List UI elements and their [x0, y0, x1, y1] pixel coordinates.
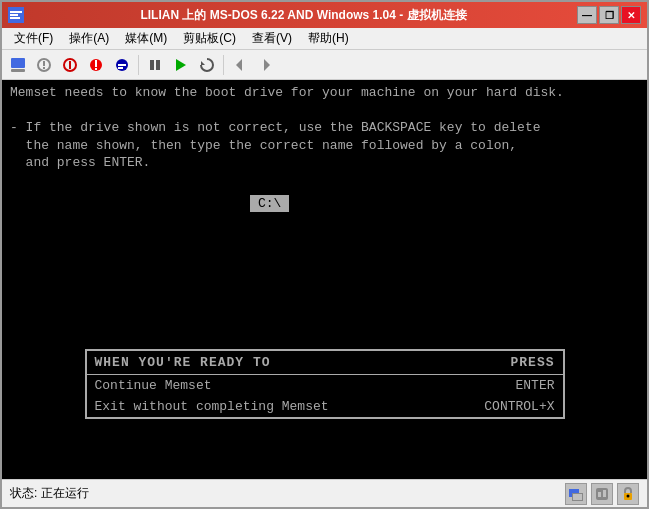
- toolbar-separator-1: [138, 55, 139, 75]
- toolbar-btn-play[interactable]: [169, 53, 193, 77]
- toolbar: [2, 50, 647, 80]
- menu-clipboard[interactable]: 剪贴板(C): [175, 28, 244, 49]
- status-icons: [565, 483, 639, 505]
- svg-rect-16: [118, 67, 123, 69]
- dos-dialog-row1-key: ENTER: [515, 378, 554, 393]
- status-icon-lock: [617, 483, 639, 505]
- status-bar: 状态: 正在运行: [2, 479, 647, 507]
- dos-line-3: - If the drive shown is not correct, use…: [10, 119, 639, 137]
- dos-screen[interactable]: Memset needs to know the boot drive for …: [2, 80, 647, 479]
- svg-rect-18: [156, 60, 160, 70]
- status-icon-2: [591, 483, 613, 505]
- dos-dialog: WHEN YOU'RE READY TO PRESS Continue Mems…: [85, 349, 565, 419]
- svg-rect-13: [95, 68, 97, 70]
- svg-marker-19: [176, 59, 186, 71]
- dos-line-5: and press ENTER.: [10, 154, 639, 172]
- dos-line-6: [10, 172, 639, 190]
- dos-dialog-row2-key: CONTROL+X: [484, 399, 554, 414]
- title-bar: LILIAN 上的 MS-DOS 6.22 AND Windows 1.04 -…: [2, 2, 647, 28]
- window-controls: — ❐ ✕: [577, 6, 641, 24]
- svg-rect-15: [118, 64, 126, 66]
- status-icon-1: [565, 483, 587, 505]
- minimize-button[interactable]: —: [577, 6, 597, 24]
- svg-rect-28: [603, 490, 606, 497]
- svg-marker-22: [264, 59, 270, 71]
- window-icon: [8, 7, 24, 23]
- restore-button[interactable]: ❐: [599, 6, 619, 24]
- window-title: LILIAN 上的 MS-DOS 6.22 AND Windows 1.04 -…: [30, 7, 577, 24]
- toolbar-btn-back[interactable]: [228, 53, 252, 77]
- svg-rect-8: [43, 67, 45, 69]
- menu-media[interactable]: 媒体(M): [117, 28, 175, 49]
- svg-rect-12: [95, 60, 97, 67]
- menu-help[interactable]: 帮助(H): [300, 28, 357, 49]
- menu-action[interactable]: 操作(A): [61, 28, 117, 49]
- toolbar-separator-2: [223, 55, 224, 75]
- dos-dialog-row2: Exit without completing Memset CONTROL+X: [87, 396, 563, 417]
- toolbar-btn-3[interactable]: [58, 53, 82, 77]
- svg-rect-25: [573, 494, 582, 500]
- dos-dialog-row1-action: Continue Memset: [95, 378, 212, 393]
- toolbar-btn-2[interactable]: [32, 53, 56, 77]
- svg-point-30: [627, 494, 630, 497]
- svg-rect-17: [150, 60, 154, 70]
- svg-rect-5: [11, 69, 25, 72]
- svg-rect-10: [69, 61, 71, 69]
- svg-rect-7: [43, 61, 45, 66]
- menu-view[interactable]: 查看(V): [244, 28, 300, 49]
- close-button[interactable]: ✕: [621, 6, 641, 24]
- status-text: 状态: 正在运行: [10, 485, 565, 502]
- menu-bar: 文件(F) 操作(A) 媒体(M) 剪贴板(C) 查看(V) 帮助(H): [2, 28, 647, 50]
- svg-rect-4: [11, 58, 25, 68]
- toolbar-btn-4[interactable]: [84, 53, 108, 77]
- svg-rect-1: [10, 11, 22, 13]
- toolbar-btn-5[interactable]: [110, 53, 134, 77]
- dos-dialog-header: WHEN YOU'RE READY TO PRESS: [87, 351, 563, 375]
- dos-dialog-col1-header: WHEN YOU'RE READY TO: [95, 355, 271, 370]
- toolbar-btn-forward[interactable]: [254, 53, 278, 77]
- toolbar-btn-1[interactable]: [6, 53, 30, 77]
- dos-dialog-col2-header: PRESS: [510, 355, 554, 370]
- svg-marker-21: [236, 59, 242, 71]
- dos-line-2: [10, 102, 639, 120]
- svg-rect-27: [598, 492, 601, 497]
- svg-rect-26: [596, 488, 608, 500]
- dos-dialog-row2-action: Exit without completing Memset: [95, 399, 329, 414]
- menu-file[interactable]: 文件(F): [6, 28, 61, 49]
- toolbar-btn-reset[interactable]: [195, 53, 219, 77]
- dos-input[interactable]: C:\: [250, 195, 289, 212]
- main-window: LILIAN 上的 MS-DOS 6.22 AND Windows 1.04 -…: [0, 0, 649, 509]
- dos-line-4: the name shown, then type the correct na…: [10, 137, 639, 155]
- svg-rect-2: [10, 14, 18, 16]
- dos-dialog-row1: Continue Memset ENTER: [87, 375, 563, 396]
- svg-marker-20: [201, 61, 205, 65]
- toolbar-btn-pause[interactable]: [143, 53, 167, 77]
- dos-line-1: Memset needs to know the boot drive for …: [10, 84, 639, 102]
- svg-rect-3: [10, 17, 20, 19]
